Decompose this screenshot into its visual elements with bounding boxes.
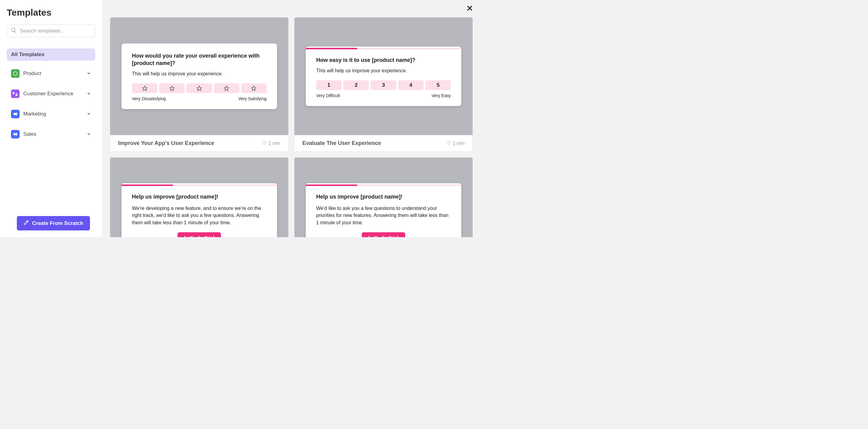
chevron-down-icon bbox=[87, 112, 91, 117]
sidebar-item-marketing[interactable]: Marketing bbox=[7, 107, 95, 121]
sidebar-item-label: All Templates bbox=[11, 52, 91, 58]
rating-low-label: Very Difficult bbox=[316, 93, 340, 98]
number-option[interactable]: 3 bbox=[371, 80, 396, 90]
megaphone-icon bbox=[11, 110, 20, 118]
chevron-down-icon bbox=[87, 91, 91, 96]
survey-question: Help us improve [product name]! bbox=[316, 193, 451, 200]
star-option[interactable] bbox=[132, 83, 157, 93]
survey-preview: Help us improve [product name]! We'd lik… bbox=[306, 183, 461, 237]
sidebar-item-label: Marketing bbox=[23, 111, 87, 117]
survey-preview: How easy is it to use [product name]? Th… bbox=[306, 47, 461, 106]
sidebar-item-all-templates[interactable]: All Templates bbox=[7, 49, 95, 61]
template-card[interactable]: How easy is it to use [product name]? Th… bbox=[294, 17, 473, 152]
survey-description: We're developing a new feature, and to e… bbox=[132, 205, 267, 226]
survey-cta-button[interactable]: Let's do this! bbox=[178, 232, 221, 237]
svg-marker-3 bbox=[224, 86, 229, 91]
rating-low-label: Very Dissatisfying bbox=[132, 96, 165, 101]
svg-marker-0 bbox=[142, 86, 147, 91]
create-button-label: Create From Scratch bbox=[32, 220, 83, 226]
sidebar-item-sales[interactable]: Sales bbox=[7, 127, 95, 142]
template-card[interactable]: Help us improve [product name]! We're de… bbox=[110, 157, 289, 237]
duration-text: 1 min bbox=[453, 141, 465, 146]
create-from-scratch-button[interactable]: Create From Scratch bbox=[17, 216, 90, 230]
search-input[interactable] bbox=[20, 28, 91, 34]
close-icon[interactable]: ✕ bbox=[466, 4, 473, 13]
template-preview: Help us improve [product name]! We'd lik… bbox=[294, 158, 472, 237]
svg-marker-4 bbox=[252, 86, 256, 91]
template-duration: 1 min bbox=[446, 140, 465, 146]
search-input-wrap[interactable] bbox=[7, 25, 95, 37]
page-title: Templates bbox=[7, 7, 95, 18]
progress-bar-fill bbox=[306, 184, 357, 186]
survey-preview: How would you rate your overall experien… bbox=[122, 44, 277, 109]
box-icon bbox=[11, 69, 20, 78]
clock-icon bbox=[446, 140, 451, 146]
number-rating: 1 2 3 4 5 bbox=[316, 80, 451, 90]
progress-bar-fill bbox=[122, 184, 173, 186]
star-option[interactable] bbox=[159, 83, 185, 93]
chevron-down-icon bbox=[87, 132, 91, 137]
template-preview: How would you rate your overall experien… bbox=[110, 18, 288, 135]
sidebar-item-label: Sales bbox=[23, 131, 87, 137]
sidebar-item-product[interactable]: Product bbox=[7, 66, 95, 81]
megaphone-icon bbox=[11, 130, 20, 139]
survey-preview: Help us improve [product name]! We're de… bbox=[122, 183, 277, 237]
rating-high-label: Very Satisfying bbox=[238, 96, 267, 101]
number-option[interactable]: 2 bbox=[343, 80, 369, 90]
sidebar-item-label: Product bbox=[23, 70, 87, 77]
star-option[interactable] bbox=[186, 83, 212, 93]
survey-question: Help us improve [product name]! bbox=[132, 193, 267, 200]
search-icon bbox=[11, 27, 20, 35]
svg-marker-1 bbox=[169, 86, 174, 91]
survey-cta-button[interactable]: Let's do this! bbox=[362, 232, 406, 237]
template-title: Improve Your App's User Experience bbox=[118, 140, 214, 146]
survey-subtitle: This will help us improve your experienc… bbox=[316, 68, 451, 74]
number-option[interactable]: 1 bbox=[316, 80, 342, 90]
star-option[interactable] bbox=[241, 83, 267, 93]
survey-question: How easy is it to use [product name]? bbox=[316, 56, 451, 64]
template-card[interactable]: Help us improve [product name]! We'd lik… bbox=[294, 157, 473, 237]
survey-description: We'd like to ask you a few questions to … bbox=[316, 205, 451, 226]
duration-text: 1 min bbox=[269, 141, 280, 146]
star-option[interactable] bbox=[214, 83, 239, 93]
template-duration: 1 min bbox=[262, 140, 280, 146]
survey-question: How would you rate your overall experien… bbox=[132, 52, 267, 67]
pencil-icon bbox=[24, 220, 29, 227]
chevron-down-icon bbox=[87, 71, 91, 76]
main-content: ✕ How would you rate your overall experi… bbox=[102, 0, 477, 237]
number-option[interactable]: 5 bbox=[426, 80, 451, 90]
sidebar: Templates All Templates Product Customer… bbox=[0, 0, 102, 237]
sidebar-item-customer-experience[interactable]: Customer Experience bbox=[7, 86, 95, 101]
template-title: Evaluate The User Experience bbox=[302, 140, 381, 146]
svg-marker-2 bbox=[197, 86, 202, 91]
progress-bar-fill bbox=[306, 48, 357, 49]
user-star-icon bbox=[11, 89, 20, 98]
star-rating bbox=[132, 83, 267, 93]
rating-high-label: Very Easy bbox=[432, 93, 451, 98]
clock-icon bbox=[262, 140, 267, 146]
number-option[interactable]: 4 bbox=[398, 80, 424, 90]
template-preview: Help us improve [product name]! We're de… bbox=[110, 158, 288, 237]
survey-subtitle: This will help us improve your experienc… bbox=[132, 71, 267, 77]
sidebar-item-label: Customer Experience bbox=[23, 91, 87, 97]
template-card[interactable]: How would you rate your overall experien… bbox=[110, 17, 289, 152]
template-preview: How easy is it to use [product name]? Th… bbox=[294, 18, 472, 135]
